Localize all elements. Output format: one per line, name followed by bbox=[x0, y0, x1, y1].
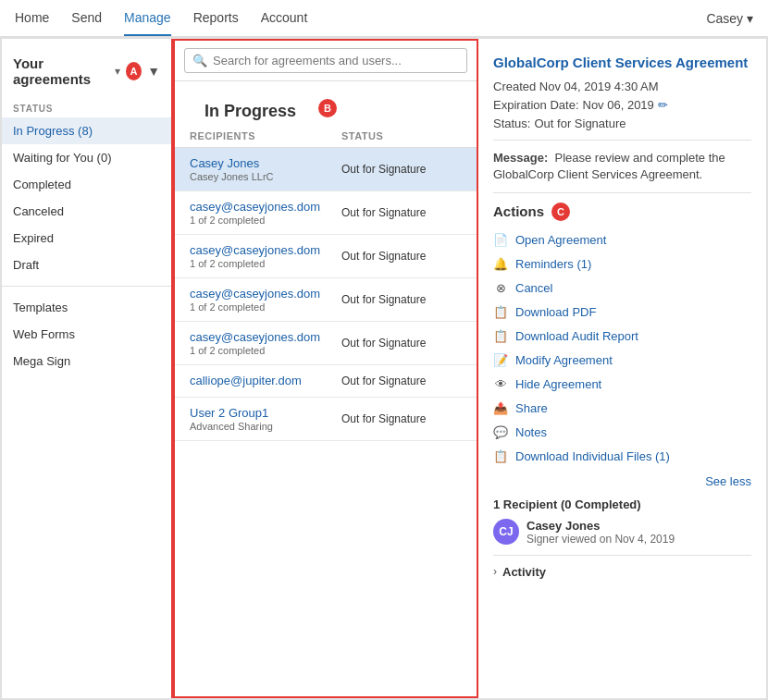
action-download-audit[interactable]: 📋 Download Audit Report bbox=[493, 325, 751, 349]
open-agreement-icon: 📄 bbox=[493, 233, 508, 248]
status-section-label: STATUS bbox=[2, 100, 171, 117]
table-row[interactable]: casey@caseyjones.dom 1 of 2 completed Ou… bbox=[175, 235, 477, 278]
see-less-link[interactable]: See less bbox=[493, 474, 751, 488]
row-sub: Advanced Sharing bbox=[190, 421, 341, 432]
action-download-pdf[interactable]: 📋 Download PDF bbox=[493, 301, 751, 325]
table-row[interactable]: casey@caseyjones.dom 1 of 2 completed Ou… bbox=[175, 322, 477, 365]
search-input[interactable] bbox=[213, 54, 459, 68]
chevron-down-icon[interactable]: ▾ bbox=[115, 65, 120, 78]
action-notes[interactable]: 💬 Notes bbox=[493, 421, 751, 445]
sidebar-item-web-forms[interactable]: Web Forms bbox=[2, 321, 171, 348]
action-download-individual[interactable]: 📋 Download Individual Files (1) bbox=[493, 445, 751, 469]
download-individual-icon: 📋 bbox=[493, 449, 508, 464]
action-label: Reminders (1) bbox=[515, 257, 591, 271]
chevron-right-icon: › bbox=[493, 565, 497, 578]
download-pdf-icon: 📋 bbox=[493, 305, 508, 320]
action-label: Download Individual Files (1) bbox=[515, 449, 670, 463]
action-label: Cancel bbox=[515, 281, 552, 295]
user-menu[interactable]: Casey ▾ bbox=[706, 11, 753, 26]
sidebar-item-in-progress[interactable]: In Progress (8) bbox=[2, 117, 171, 144]
actions-title: Actions C bbox=[493, 203, 751, 221]
edit-icon[interactable]: ✏ bbox=[658, 98, 668, 112]
recipient-name: Casey Jones bbox=[526, 519, 675, 533]
sidebar-divider bbox=[2, 286, 171, 287]
table-row[interactable]: casey@caseyjones.dom 1 of 2 completed Ou… bbox=[175, 278, 477, 322]
agreement-title: GlobalCorp Client Services Agreement bbox=[493, 54, 751, 72]
search-icon: 🔍 bbox=[192, 54, 207, 68]
sidebar-item-templates[interactable]: Templates bbox=[2, 294, 171, 321]
nav-manage[interactable]: Manage bbox=[124, 1, 171, 36]
row-sub: 1 of 2 completed bbox=[190, 258, 341, 269]
status-label: Status: bbox=[493, 117, 530, 130]
table-row[interactable]: Casey Jones Casey Jones LLrC Out for Sig… bbox=[175, 148, 477, 191]
sidebar-item-draft[interactable]: Draft bbox=[2, 252, 171, 278]
sidebar-item-mega-sign[interactable]: Mega Sign bbox=[2, 348, 171, 375]
action-share[interactable]: 📤 Share bbox=[493, 397, 751, 421]
download-audit-icon: 📋 bbox=[493, 329, 508, 344]
row-status: Out for Signature bbox=[341, 337, 462, 350]
table-row[interactable]: calliope@jupiter.dom Out for Signature bbox=[175, 365, 477, 398]
row-status: Out for Signature bbox=[341, 250, 462, 263]
recipients-title: 1 Recipient (0 Completed) bbox=[493, 497, 751, 511]
row-left: casey@caseyjones.dom 1 of 2 completed bbox=[190, 200, 341, 226]
row-status: Out for Signature bbox=[341, 163, 462, 176]
activity-section: › Activity bbox=[493, 555, 751, 583]
in-progress-title: In Progress bbox=[190, 91, 311, 125]
row-name: calliope@jupiter.dom bbox=[190, 374, 341, 387]
row-sub: Casey Jones LLrC bbox=[190, 171, 341, 182]
nav-home[interactable]: Home bbox=[15, 1, 49, 36]
sidebar-item-waiting[interactable]: Waiting for You (0) bbox=[2, 144, 171, 171]
sidebar-header: Your agreements ▾ A ▼ bbox=[2, 50, 171, 96]
nav-send[interactable]: Send bbox=[71, 1, 102, 36]
left-sidebar: Your agreements ▾ A ▼ STATUS In Progress… bbox=[2, 39, 173, 698]
col-header-recipients: RECIPIENTS bbox=[190, 130, 341, 141]
table-row[interactable]: casey@caseyjones.dom 1 of 2 completed Ou… bbox=[175, 191, 477, 235]
row-sub: 1 of 2 completed bbox=[190, 345, 341, 356]
nav-links: Home Send Manage Reports Account bbox=[15, 1, 307, 36]
message-row: Message: Please review and complete the … bbox=[493, 150, 751, 183]
badge-b: B bbox=[318, 99, 337, 117]
action-cancel[interactable]: ⊗ Cancel bbox=[493, 276, 751, 301]
table-header: RECIPIENTS STATUS bbox=[175, 125, 477, 148]
row-sub: 1 of 2 completed bbox=[190, 301, 341, 313]
main-layout: Your agreements ▾ A ▼ STATUS In Progress… bbox=[0, 37, 768, 700]
badge-c: C bbox=[551, 203, 570, 221]
action-open-agreement[interactable]: 📄 Open Agreement bbox=[493, 228, 751, 252]
table-body: Casey Jones Casey Jones LLrC Out for Sig… bbox=[175, 148, 477, 696]
expiration-value: Nov 06, 2019 bbox=[583, 98, 654, 112]
search-input-wrap[interactable]: 🔍 bbox=[184, 48, 467, 73]
reminders-icon: 🔔 bbox=[493, 257, 508, 272]
detail-divider bbox=[493, 140, 751, 141]
status-value: Out for Signature bbox=[534, 117, 626, 130]
sidebar-title: Your agreements bbox=[13, 55, 109, 87]
action-label: Open Agreement bbox=[515, 233, 606, 247]
row-left: casey@caseyjones.dom 1 of 2 completed bbox=[190, 243, 341, 269]
middle-panel: 🔍 In Progress B RECIPIENTS STATUS Casey … bbox=[173, 39, 478, 698]
sidebar-item-completed[interactable]: Completed bbox=[2, 171, 171, 198]
nav-account[interactable]: Account bbox=[261, 1, 308, 36]
filter-icon[interactable]: ▼ bbox=[147, 64, 160, 79]
row-status: Out for Signature bbox=[341, 206, 462, 219]
detail-divider-2 bbox=[493, 192, 751, 193]
action-reminders[interactable]: 🔔 Reminders (1) bbox=[493, 252, 751, 276]
row-left: User 2 Group1 Advanced Sharing bbox=[190, 406, 341, 432]
recipients-section: 1 Recipient (0 Completed) CJ Casey Jones… bbox=[493, 497, 751, 546]
action-hide[interactable]: 👁 Hide Agreement bbox=[493, 373, 751, 397]
expiration-label: Expiration Date: bbox=[493, 98, 579, 112]
sidebar-item-expired[interactable]: Expired bbox=[2, 225, 171, 252]
share-icon: 📤 bbox=[493, 401, 508, 416]
sidebar-item-canceled[interactable]: Canceled bbox=[2, 198, 171, 225]
nav-reports[interactable]: Reports bbox=[193, 1, 239, 36]
activity-label: Activity bbox=[502, 565, 546, 579]
actions-label: Actions bbox=[493, 203, 544, 219]
notes-icon: 💬 bbox=[493, 425, 508, 440]
activity-header[interactable]: › Activity bbox=[493, 556, 751, 583]
status-row: Status: Out for Signature bbox=[493, 117, 751, 130]
search-bar: 🔍 bbox=[175, 41, 477, 81]
right-panel: GlobalCorp Client Services Agreement Cre… bbox=[478, 39, 766, 698]
table-row[interactable]: User 2 Group1 Advanced Sharing Out for S… bbox=[175, 398, 477, 441]
recipient-info: Casey Jones Signer viewed on Nov 4, 2019 bbox=[526, 519, 675, 546]
action-label: Share bbox=[515, 401, 548, 415]
action-modify[interactable]: 📝 Modify Agreement bbox=[493, 349, 751, 373]
row-name: casey@caseyjones.dom bbox=[190, 330, 341, 344]
